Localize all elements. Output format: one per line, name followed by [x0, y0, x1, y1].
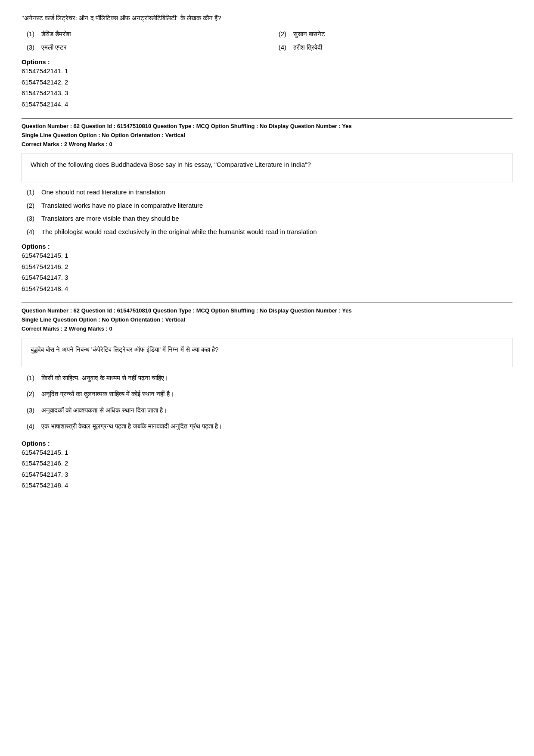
q3-option-num-1: (1) [22, 372, 34, 384]
q3-correct-marks: Correct Marks : 2 Wrong Marks : 0 [22, 325, 512, 334]
q3-option-num-2: (2) [22, 388, 34, 400]
q2-opt-line-1: 61547542145. 1 [22, 250, 512, 261]
q3-opt-line-4: 61547542148. 4 [22, 480, 512, 491]
question-3-options-section: Options : 61547542145. 1 61547542146. 2 … [22, 440, 512, 491]
question-2-text: Which of the following does Buddhadeva B… [31, 159, 503, 170]
question-1-options-section: Options : 61547542141. 1 61547542142. 2 … [22, 58, 512, 109]
question-1-options-grid: (1) डेविड डैमरोश (2) सुसान बासनेट (3) एम… [22, 29, 512, 52]
option-num-3: (3) [22, 43, 34, 53]
q3-opt-line-3: 61547542147. 3 [22, 469, 512, 480]
q3-option-row-2: (2) अनूदित ग्रन्थों का तुलनात्मक साहित्य… [22, 388, 512, 400]
q2-correct-marks: Correct Marks : 2 Wrong Marks : 0 [22, 140, 512, 149]
q3-option-num-4: (4) [22, 421, 34, 432]
q3-opt-line-1: 61547542145. 1 [22, 447, 512, 458]
q2-option-num-4: (4) [22, 227, 34, 237]
option-num-2: (2) [273, 29, 286, 39]
q2-meta-line1: Question Number : 62 Question Id : 61547… [22, 122, 512, 131]
q2-option-row-3: (3) Translators are more visible than th… [22, 214, 512, 224]
question-3-options-list: (1) किसी को साहित्य, अनुवाद के माध्यम से… [22, 372, 512, 434]
question-1-options-label: Options : [22, 58, 512, 66]
option-row-3: (3) एमली एप्टर [22, 43, 261, 53]
q2-option-text-3: Translators are more visible than they s… [41, 214, 179, 224]
option-text-1: डेविड डैमरोश [41, 29, 71, 39]
q2-option-num-3: (3) [22, 214, 34, 224]
option-row-1: (1) डेविड डैमरोश [22, 29, 261, 39]
q2-option-num-2: (2) [22, 201, 34, 211]
question-3-meta: Question Number : 62 Question Id : 61547… [22, 303, 512, 333]
q2-option-text-4: The philologist would read exclusively i… [41, 227, 317, 237]
question-1: ''अगेनस्ट वर्ल्ड लिट्रेचर: ऑन द पॉलिटिक्… [22, 13, 512, 109]
q2-option-row-2: (2) Translated works have no place in co… [22, 201, 512, 211]
q2-option-row-4: (4) The philologist would read exclusive… [22, 227, 512, 237]
q3-option-row-4: (4) एक भाषाशास्त्री केवल मूलग्रन्थ पढ़ता… [22, 421, 512, 432]
option-text-4: हरीश त्रिवेदी [293, 43, 322, 53]
question-2: Which of the following does Buddhadeva B… [22, 153, 512, 294]
q3-meta-line2: Single Line Question Option : No Option … [22, 316, 512, 325]
q1-opt-line-1: 61547542141. 1 [22, 66, 512, 77]
q2-opt-line-3: 61547542147. 3 [22, 272, 512, 283]
q3-option-num-3: (3) [22, 405, 34, 416]
question-2-options-label: Options : [22, 243, 512, 250]
q3-option-text-4: एक भाषाशास्त्री केवल मूलग्रन्थ पढ़ता है … [41, 421, 222, 432]
q3-option-text-3: अनुवादकों को आवश्यकता से अधिक स्थान दिया… [41, 405, 167, 416]
q3-option-row-3: (3) अनुवादकों को आवश्यकता से अधिक स्थान … [22, 405, 512, 416]
option-num-1: (1) [22, 29, 34, 39]
option-row-4: (4) हरीश त्रिवेदी [273, 43, 512, 53]
question-3-options-label: Options : [22, 440, 512, 447]
question-2-options-section: Options : 61547542145. 1 61547542146. 2 … [22, 243, 512, 294]
q3-option-row-1: (1) किसी को साहित्य, अनुवाद के माध्यम से… [22, 372, 512, 384]
q1-opt-line-3: 61547542143. 3 [22, 87, 512, 99]
q2-opt-line-4: 61547542148. 4 [22, 283, 512, 294]
question-3: बुद्धदेव बोस ने अपने निबन्ध 'कंपेरेटिव ल… [22, 338, 512, 491]
q1-opt-line-2: 61547542142. 2 [22, 77, 512, 88]
question-1-text: ''अगेनस्ट वर्ल्ड लिट्रेचर: ऑन द पॉलिटिक्… [22, 13, 512, 23]
option-num-4: (4) [273, 43, 286, 53]
q2-option-num-1: (1) [22, 187, 34, 197]
q3-opt-line-2: 61547542146. 2 [22, 458, 512, 469]
q2-meta-line2: Single Line Question Option : No Option … [22, 131, 512, 140]
q2-option-text-2: Translated works have no place in compar… [41, 201, 203, 211]
question-2-body: Which of the following does Buddhadeva B… [22, 153, 512, 182]
question-3-text: बुद्धदेव बोस ने अपने निबन्ध 'कंपेरेटिव ल… [31, 344, 503, 355]
q3-option-text-2: अनूदित ग्रन्थों का तुलनात्मक साहित्य में… [41, 388, 174, 400]
question-2-options-list: (1) One should not read literature in tr… [22, 187, 512, 237]
option-text-3: एमली एप्टर [41, 43, 67, 53]
question-2-meta: Question Number : 62 Question Id : 61547… [22, 118, 512, 149]
question-3-body: बुद्धदेव बोस ने अपने निबन्ध 'कंपेरेटिव ल… [22, 338, 512, 367]
q1-opt-line-4: 61547542144. 4 [22, 99, 512, 110]
q3-meta-line1: Question Number : 62 Question Id : 61547… [22, 306, 512, 316]
q2-option-row-1: (1) One should not read literature in tr… [22, 187, 512, 197]
option-text-2: सुसान बासनेट [293, 29, 325, 39]
q3-option-text-1: किसी को साहित्य, अनुवाद के माध्यम से नही… [41, 372, 168, 384]
option-row-2: (2) सुसान बासनेट [273, 29, 512, 39]
q2-opt-line-2: 61547542146. 2 [22, 261, 512, 272]
q2-option-text-1: One should not read literature in transl… [41, 187, 165, 197]
